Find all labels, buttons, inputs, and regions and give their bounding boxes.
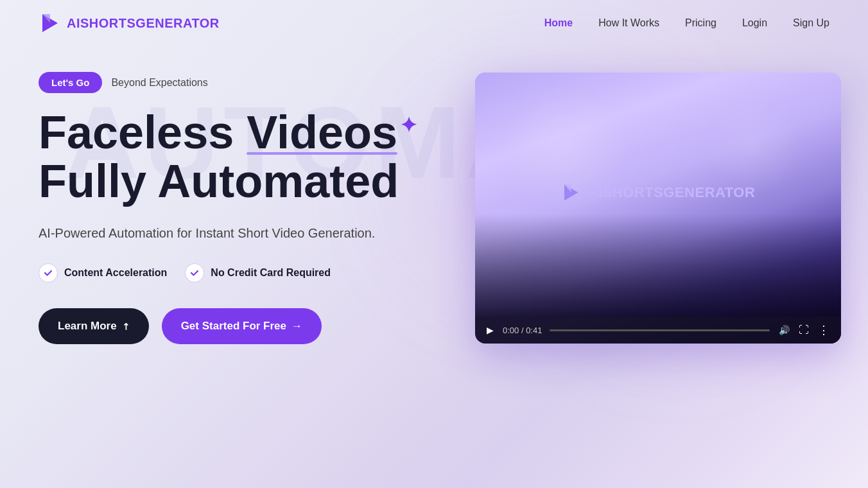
hero-title-line2: Fully Automated	[39, 157, 449, 206]
nav-login[interactable]: Login	[742, 17, 767, 28]
hero-title: Faceless Videos✦ Fully Automated	[39, 109, 449, 205]
deco-icon: ✦	[400, 114, 417, 137]
video-logo-icon	[561, 182, 582, 203]
play-button[interactable]	[485, 325, 495, 335]
nav-pricing[interactable]: Pricing	[685, 17, 716, 28]
time-display: 0:00 / 0:41	[503, 326, 542, 335]
video-inner: AISHORTSGENERATOR	[475, 73, 841, 317]
cta-row: Learn More ↗ Get Started For Free →	[39, 308, 449, 344]
checkmark-icon-1	[43, 268, 53, 278]
get-started-button[interactable]: Get Started For Free →	[162, 308, 322, 344]
ctrl-right	[777, 323, 831, 337]
hero-title-line1: Faceless Videos✦	[39, 109, 449, 157]
progress-bar[interactable]	[550, 329, 770, 331]
nav-signup[interactable]: Sign Up	[793, 17, 829, 28]
feature-label-2: No Credit Card Required	[211, 267, 331, 279]
badge-subtitle: Beyond Expectations	[111, 77, 207, 89]
hero-subtitle: AI-Powered Automation for Instant Short …	[39, 223, 398, 243]
feature-label-1: Content Acceleration	[64, 267, 167, 279]
volume-button[interactable]	[777, 325, 791, 335]
logo-text: AISHORTSGENERATOR	[67, 16, 220, 31]
video-controls: 0:00 / 0:41	[475, 317, 841, 344]
logo-icon	[39, 12, 62, 35]
main-content: Let's Go Beyond Expectations Faceless Vi…	[0, 46, 868, 344]
checkmark-icon-2	[189, 268, 200, 278]
logo[interactable]: AISHORTSGENERATOR	[39, 12, 220, 35]
learn-more-button[interactable]: Learn More ↗	[39, 308, 149, 344]
features-row: Content Acceleration No Credit Card Requ…	[39, 263, 449, 283]
feature-item-2: No Credit Card Required	[185, 263, 331, 283]
nav-links: Home How It Works Pricing Login Sign Up	[544, 17, 829, 29]
nav-home[interactable]: Home	[544, 17, 573, 28]
learn-arrow-icon: ↗	[119, 320, 132, 333]
navbar: AISHORTSGENERATOR Home How It Works Pric…	[0, 0, 868, 46]
feature-check-2	[185, 263, 204, 283]
video-gradient-overlay	[475, 214, 841, 317]
feature-item-1: Content Acceleration	[39, 263, 167, 283]
hero-videos-word: Videos	[247, 109, 397, 157]
video-light-2	[706, 98, 803, 195]
fullscreen-button[interactable]	[797, 324, 810, 336]
feature-check-1	[39, 263, 58, 283]
hero-right: AISHORTSGENERATOR 0:00 / 0:41	[475, 73, 841, 344]
badge-pill: Let's Go	[39, 72, 102, 93]
nav-how-it-works[interactable]: How It Works	[598, 17, 659, 28]
hero-left: Let's Go Beyond Expectations Faceless Vi…	[39, 72, 449, 344]
more-options-button[interactable]	[817, 323, 831, 337]
video-logo-overlay: AISHORTSGENERATOR	[561, 182, 756, 203]
badge-row: Let's Go Beyond Expectations	[39, 72, 449, 93]
video-container: AISHORTSGENERATOR 0:00 / 0:41	[475, 73, 841, 344]
video-logo-text: AISHORTSGENERATOR	[588, 184, 756, 201]
start-arrow-icon: →	[291, 320, 302, 333]
